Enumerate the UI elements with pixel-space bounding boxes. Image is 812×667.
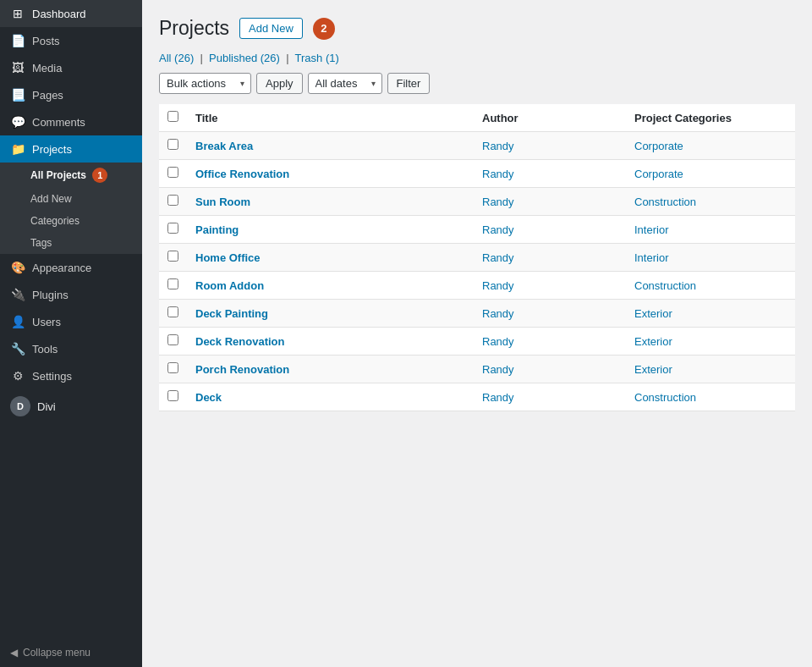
row-checkbox[interactable]	[167, 139, 178, 150]
category-link[interactable]: Exterior	[634, 335, 672, 348]
category-link[interactable]: Construction	[634, 279, 696, 292]
row-category-cell: Construction	[626, 272, 795, 300]
page-header: Projects Add New 2	[159, 17, 795, 40]
category-link[interactable]: Construction	[634, 391, 696, 404]
author-link[interactable]: Randy	[482, 363, 514, 376]
pending-badge: 2	[313, 18, 335, 40]
row-checkbox[interactable]	[167, 223, 178, 234]
category-link[interactable]: Construction	[634, 196, 696, 208]
sidebar-item-all-projects[interactable]: All Projects 1	[0, 163, 142, 188]
sidebar-item-users[interactable]: 👤 Users	[0, 308, 142, 335]
project-title-link[interactable]: Porch Renovation	[195, 363, 289, 376]
sidebar: ⊞ Dashboard 📄 Posts 🖼 Media 📃 Pages 💬 Co…	[0, 0, 142, 667]
table-row: Home Office Randy Interior	[159, 244, 795, 272]
all-projects-label: All Projects	[30, 169, 86, 181]
category-link[interactable]: Interior	[634, 223, 668, 236]
row-checkbox[interactable]	[167, 195, 178, 206]
project-title-link[interactable]: Deck	[195, 391, 222, 404]
table-row: Sun Room Randy Construction	[159, 188, 795, 216]
project-title-link[interactable]: Sun Room	[195, 196, 250, 208]
author-link[interactable]: Randy	[482, 168, 514, 180]
row-author-cell: Randy	[474, 188, 626, 216]
row-checkbox-cell	[159, 383, 187, 411]
project-title-link[interactable]: Deck Painting	[195, 307, 268, 320]
sidebar-item-appearance[interactable]: 🎨 Appearance	[0, 254, 142, 281]
collapse-menu-button[interactable]: ◀ Collapse menu	[0, 638, 142, 667]
author-link[interactable]: Randy	[482, 307, 514, 320]
author-link[interactable]: Randy	[482, 223, 514, 236]
sidebar-item-categories[interactable]: Categories	[0, 210, 142, 232]
sidebar-item-divi[interactable]: D Divi	[0, 389, 142, 423]
filter-button[interactable]: Filter	[387, 73, 431, 94]
sidebar-item-tags[interactable]: Tags	[0, 232, 142, 254]
sidebar-item-media[interactable]: 🖼 Media	[0, 54, 142, 81]
row-checkbox-cell	[159, 328, 187, 356]
sidebar-item-projects[interactable]: 📁 Projects	[0, 135, 142, 163]
category-link[interactable]: Exterior	[634, 307, 672, 320]
category-column-header[interactable]: Project Categories	[626, 104, 795, 132]
category-link[interactable]: Corporate	[634, 140, 683, 152]
row-category-cell: Interior	[626, 216, 795, 244]
all-dates-select[interactable]: All dates	[308, 73, 382, 94]
row-title-cell: Room Addon	[187, 272, 474, 300]
row-author-cell: Randy	[474, 244, 626, 272]
project-title-link[interactable]: Room Addon	[195, 279, 264, 292]
category-link[interactable]: Interior	[634, 251, 668, 264]
row-category-cell: Construction	[626, 188, 795, 216]
row-checkbox[interactable]	[167, 362, 178, 373]
author-column-header[interactable]: Author	[474, 104, 626, 132]
row-author-cell: Randy	[474, 216, 626, 244]
table-header-row: Title Author Project Categories	[159, 104, 795, 132]
sidebar-item-label: Users	[32, 316, 61, 328]
sidebar-item-label: Media	[32, 62, 62, 74]
row-title-cell: Porch Renovation	[187, 356, 474, 383]
author-link[interactable]: Randy	[482, 140, 514, 152]
sidebar-item-plugins[interactable]: 🔌 Plugins	[0, 281, 142, 308]
sidebar-item-posts[interactable]: 📄 Posts	[0, 27, 142, 54]
row-checkbox[interactable]	[167, 306, 178, 317]
project-title-link[interactable]: Office Renovation	[195, 168, 289, 180]
sidebar-item-pages[interactable]: 📃 Pages	[0, 81, 142, 108]
table-row: Porch Renovation Randy Exterior	[159, 356, 795, 383]
sidebar-item-dashboard[interactable]: ⊞ Dashboard	[0, 0, 142, 27]
row-checkbox[interactable]	[167, 334, 178, 345]
all-projects-badge: 1	[92, 168, 107, 183]
sidebar-item-add-new[interactable]: Add New	[0, 188, 142, 210]
trash-filter-link[interactable]: Trash (1)	[295, 52, 339, 64]
select-all-checkbox[interactable]	[167, 111, 178, 122]
published-filter-link[interactable]: Published (26)	[209, 52, 283, 64]
sidebar-item-comments[interactable]: 💬 Comments	[0, 108, 142, 135]
project-title-link[interactable]: Break Area	[195, 140, 253, 152]
project-title-link[interactable]: Painting	[195, 223, 239, 236]
author-link[interactable]: Randy	[482, 279, 514, 292]
add-new-button[interactable]: Add New	[239, 18, 303, 39]
row-category-cell: Construction	[626, 383, 795, 411]
category-link[interactable]: Corporate	[634, 168, 683, 180]
apply-button[interactable]: Apply	[256, 73, 303, 94]
row-title-cell: Deck Renovation	[187, 328, 474, 356]
sidebar-item-settings[interactable]: ⚙ Settings	[0, 362, 142, 389]
row-checkbox[interactable]	[167, 278, 178, 289]
row-checkbox[interactable]	[167, 251, 178, 262]
main-content: Projects Add New 2 All (26) | Published …	[142, 0, 812, 667]
row-category-cell: Exterior	[626, 328, 795, 356]
sidebar-item-tools[interactable]: 🔧 Tools	[0, 335, 142, 362]
row-checkbox[interactable]	[167, 390, 178, 401]
project-title-link[interactable]: Home Office	[195, 251, 261, 264]
row-category-cell: Exterior	[626, 300, 795, 328]
row-checkbox[interactable]	[167, 167, 178, 178]
author-link[interactable]: Randy	[482, 391, 514, 404]
category-link[interactable]: Exterior	[634, 363, 672, 376]
bulk-actions-select[interactable]: Bulk actions	[159, 73, 251, 94]
row-checkbox-cell	[159, 216, 187, 244]
table-row: Office Renovation Randy Corporate	[159, 160, 795, 188]
author-link[interactable]: Randy	[482, 251, 514, 264]
author-link[interactable]: Randy	[482, 196, 514, 208]
author-link[interactable]: Randy	[482, 335, 514, 348]
project-title-link[interactable]: Deck Renovation	[195, 335, 284, 348]
row-checkbox-cell	[159, 188, 187, 216]
title-column-header[interactable]: Title	[187, 104, 474, 132]
add-new-label: Add New	[30, 193, 72, 205]
all-filter-link[interactable]: All (26)	[159, 52, 197, 64]
filter-links: All (26) | Published (26) | Trash (1)	[159, 52, 795, 64]
